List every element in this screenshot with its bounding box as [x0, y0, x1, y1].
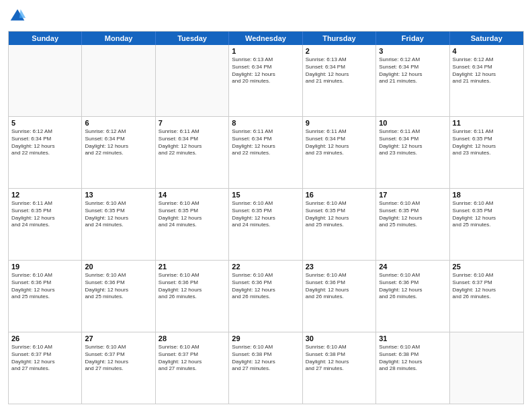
day-header-saturday: Saturday: [450, 32, 523, 45]
day-info: Sunrise: 6:12 AM Sunset: 6:34 PM Dayligh…: [85, 128, 152, 157]
calendar-day-6: 6Sunrise: 6:12 AM Sunset: 6:34 PM Daylig…: [82, 117, 155, 188]
calendar-day-2: 2Sunrise: 6:13 AM Sunset: 6:34 PM Daylig…: [303, 45, 376, 116]
calendar-day-10: 10Sunrise: 6:11 AM Sunset: 6:34 PM Dayli…: [376, 117, 449, 188]
day-number: 14: [159, 191, 226, 199]
day-info: Sunrise: 6:11 AM Sunset: 6:35 PM Dayligh…: [453, 128, 521, 157]
calendar-day-23: 23Sunrise: 6:10 AM Sunset: 6:36 PM Dayli…: [303, 261, 376, 332]
day-number: 9: [306, 119, 373, 127]
day-number: 12: [11, 191, 79, 199]
calendar-week-row: 19Sunrise: 6:10 AM Sunset: 6:36 PM Dayli…: [9, 261, 523, 332]
calendar-day-14: 14Sunrise: 6:10 AM Sunset: 6:35 PM Dayli…: [156, 189, 229, 260]
day-info: Sunrise: 6:13 AM Sunset: 6:34 PM Dayligh…: [232, 56, 299, 85]
day-number: 6: [85, 119, 152, 127]
calendar-day-16: 16Sunrise: 6:10 AM Sunset: 6:35 PM Dayli…: [303, 189, 376, 260]
day-info: Sunrise: 6:10 AM Sunset: 6:36 PM Dayligh…: [306, 272, 373, 301]
calendar-day-11: 11Sunrise: 6:11 AM Sunset: 6:35 PM Dayli…: [450, 117, 523, 188]
calendar-day-29: 29Sunrise: 6:10 AM Sunset: 6:38 PM Dayli…: [229, 332, 302, 404]
calendar-day-3: 3Sunrise: 6:12 AM Sunset: 6:34 PM Daylig…: [376, 45, 449, 116]
day-info: Sunrise: 6:10 AM Sunset: 6:37 PM Dayligh…: [453, 272, 521, 301]
day-info: Sunrise: 6:11 AM Sunset: 6:34 PM Dayligh…: [306, 128, 373, 157]
day-number: 31: [379, 334, 446, 342]
calendar-day-18: 18Sunrise: 6:10 AM Sunset: 6:35 PM Dayli…: [450, 189, 523, 260]
day-number: 27: [85, 334, 152, 342]
day-number: 23: [306, 263, 373, 271]
day-header-thursday: Thursday: [303, 32, 376, 45]
day-header-tuesday: Tuesday: [156, 32, 229, 45]
day-number: 24: [379, 263, 446, 271]
header: [8, 7, 524, 26]
day-info: Sunrise: 6:10 AM Sunset: 6:37 PM Dayligh…: [159, 344, 226, 373]
day-info: Sunrise: 6:10 AM Sunset: 6:37 PM Dayligh…: [85, 344, 152, 373]
day-number: 2: [306, 47, 373, 55]
svg-marker-1: [19, 9, 26, 18]
day-number: 19: [11, 263, 79, 271]
day-info: Sunrise: 6:11 AM Sunset: 6:34 PM Dayligh…: [379, 128, 446, 157]
day-number: 30: [306, 334, 373, 342]
calendar-day-8: 8Sunrise: 6:11 AM Sunset: 6:34 PM Daylig…: [229, 117, 302, 188]
day-number: 1: [232, 47, 299, 55]
calendar-day-20: 20Sunrise: 6:10 AM Sunset: 6:36 PM Dayli…: [82, 261, 155, 332]
day-info: Sunrise: 6:10 AM Sunset: 6:37 PM Dayligh…: [11, 344, 79, 373]
day-number: 15: [232, 191, 299, 199]
day-info: Sunrise: 6:13 AM Sunset: 6:34 PM Dayligh…: [306, 56, 373, 85]
calendar-empty-cell: [82, 45, 155, 116]
day-info: Sunrise: 6:12 AM Sunset: 6:34 PM Dayligh…: [379, 56, 446, 85]
calendar-day-27: 27Sunrise: 6:10 AM Sunset: 6:37 PM Dayli…: [82, 332, 155, 404]
calendar-day-5: 5Sunrise: 6:12 AM Sunset: 6:34 PM Daylig…: [9, 117, 82, 188]
calendar-empty-cell: [450, 332, 523, 404]
logo: [8, 7, 30, 26]
day-number: 5: [11, 119, 79, 127]
day-info: Sunrise: 6:10 AM Sunset: 6:36 PM Dayligh…: [379, 272, 446, 301]
calendar-day-30: 30Sunrise: 6:10 AM Sunset: 6:38 PM Dayli…: [303, 332, 376, 404]
calendar-week-row: 26Sunrise: 6:10 AM Sunset: 6:37 PM Dayli…: [9, 332, 523, 404]
day-number: 13: [85, 191, 152, 199]
day-info: Sunrise: 6:12 AM Sunset: 6:34 PM Dayligh…: [11, 128, 79, 157]
calendar-day-13: 13Sunrise: 6:10 AM Sunset: 6:35 PM Dayli…: [82, 189, 155, 260]
day-info: Sunrise: 6:10 AM Sunset: 6:38 PM Dayligh…: [306, 344, 373, 373]
day-info: Sunrise: 6:10 AM Sunset: 6:36 PM Dayligh…: [11, 272, 79, 301]
calendar-day-1: 1Sunrise: 6:13 AM Sunset: 6:34 PM Daylig…: [229, 45, 302, 116]
day-number: 18: [453, 191, 521, 199]
day-number: 20: [85, 263, 152, 271]
calendar-week-row: 1Sunrise: 6:13 AM Sunset: 6:34 PM Daylig…: [9, 45, 523, 117]
day-info: Sunrise: 6:11 AM Sunset: 6:34 PM Dayligh…: [232, 128, 299, 157]
day-number: 17: [379, 191, 446, 199]
page-container: SundayMondayTuesdayWednesdayThursdayFrid…: [0, 0, 532, 411]
calendar-week-row: 5Sunrise: 6:12 AM Sunset: 6:34 PM Daylig…: [9, 117, 523, 189]
calendar-day-26: 26Sunrise: 6:10 AM Sunset: 6:37 PM Dayli…: [9, 332, 82, 404]
day-info: Sunrise: 6:10 AM Sunset: 6:35 PM Dayligh…: [232, 200, 299, 229]
day-info: Sunrise: 6:10 AM Sunset: 6:36 PM Dayligh…: [232, 272, 299, 301]
calendar-day-12: 12Sunrise: 6:11 AM Sunset: 6:35 PM Dayli…: [9, 189, 82, 260]
calendar-week-row: 12Sunrise: 6:11 AM Sunset: 6:35 PM Dayli…: [9, 189, 523, 261]
day-number: 7: [159, 119, 226, 127]
calendar-empty-cell: [9, 45, 82, 116]
day-info: Sunrise: 6:10 AM Sunset: 6:35 PM Dayligh…: [306, 200, 373, 229]
logo-icon: [8, 7, 27, 26]
day-info: Sunrise: 6:10 AM Sunset: 6:36 PM Dayligh…: [159, 272, 226, 301]
day-number: 29: [232, 334, 299, 342]
day-number: 10: [379, 119, 446, 127]
day-info: Sunrise: 6:11 AM Sunset: 6:34 PM Dayligh…: [159, 128, 226, 157]
day-number: 3: [379, 47, 446, 55]
day-number: 21: [159, 263, 226, 271]
day-number: 4: [453, 47, 521, 55]
calendar-day-4: 4Sunrise: 6:12 AM Sunset: 6:34 PM Daylig…: [450, 45, 523, 116]
day-info: Sunrise: 6:12 AM Sunset: 6:34 PM Dayligh…: [453, 56, 521, 85]
day-number: 8: [232, 119, 299, 127]
calendar: SundayMondayTuesdayWednesdayThursdayFrid…: [8, 31, 524, 404]
day-info: Sunrise: 6:10 AM Sunset: 6:35 PM Dayligh…: [159, 200, 226, 229]
calendar-header: SundayMondayTuesdayWednesdayThursdayFrid…: [9, 32, 523, 45]
calendar-day-9: 9Sunrise: 6:11 AM Sunset: 6:34 PM Daylig…: [303, 117, 376, 188]
calendar-day-7: 7Sunrise: 6:11 AM Sunset: 6:34 PM Daylig…: [156, 117, 229, 188]
day-info: Sunrise: 6:10 AM Sunset: 6:36 PM Dayligh…: [85, 272, 152, 301]
calendar-day-19: 19Sunrise: 6:10 AM Sunset: 6:36 PM Dayli…: [9, 261, 82, 332]
calendar-day-21: 21Sunrise: 6:10 AM Sunset: 6:36 PM Dayli…: [156, 261, 229, 332]
day-header-wednesday: Wednesday: [229, 32, 302, 45]
calendar-day-28: 28Sunrise: 6:10 AM Sunset: 6:37 PM Dayli…: [156, 332, 229, 404]
day-number: 16: [306, 191, 373, 199]
day-info: Sunrise: 6:10 AM Sunset: 6:35 PM Dayligh…: [453, 200, 521, 229]
day-number: 28: [159, 334, 226, 342]
calendar-day-31: 31Sunrise: 6:10 AM Sunset: 6:38 PM Dayli…: [376, 332, 449, 404]
day-header-sunday: Sunday: [9, 32, 82, 45]
day-number: 11: [453, 119, 521, 127]
